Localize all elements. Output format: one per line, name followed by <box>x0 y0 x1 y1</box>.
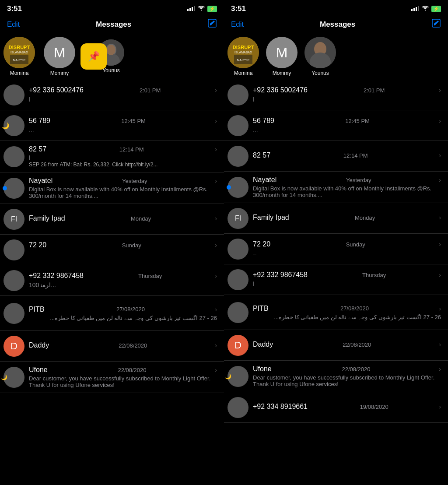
avatar <box>4 270 24 291</box>
message-content: Family Ipad Monday › <box>253 214 441 223</box>
list-item[interactable]: D Daddy 22/08/2020 › <box>0 331 224 362</box>
contact-name: 72 20 <box>253 240 270 248</box>
message-time: 12:45 PM <box>345 118 370 124</box>
chevron-icon: › <box>215 177 217 184</box>
moon-icon: 🌙 <box>2 122 9 129</box>
chevron-icon: › <box>439 341 441 348</box>
message-content: +92 334 8919661 19/08/2020 › <box>253 403 441 412</box>
message-time: Thursday <box>138 273 162 279</box>
list-item[interactable]: Nayatel Yesterday › Digital Box is now a… <box>224 172 448 203</box>
list-item[interactable]: +92 336 5002476 2:01 PM › ﺍ <box>224 80 448 110</box>
list-item[interactable]: 🌙 Ufone 22/08/2020 › Dear customer, you … <box>0 362 224 393</box>
messages-title-left: Messages <box>96 20 131 29</box>
contact-momina-left[interactable]: DISRUPT ISLAMABAD NAIYYE Momina <box>4 37 35 76</box>
message-content: Ufone 22/08/2020 › Dear customer, you ha… <box>29 366 217 388</box>
svg-text:DISRUPT: DISRUPT <box>9 45 30 50</box>
contact-name: Ufone <box>253 365 272 373</box>
message-time: Monday <box>131 215 151 222</box>
message-content: 82 57 12:14 PM › ﺍSEP 26 from ATM: Bal: … <box>29 145 217 168</box>
contact-mommy-left[interactable]: M Mommy <box>44 37 75 76</box>
message-preview: 26 - 27 آگست تیز بارشوں کی وجہ سے ناله ل… <box>29 315 217 321</box>
message-content: Daddy 22/08/2020 › <box>29 341 217 351</box>
message-time: 12:14 PM <box>343 152 368 159</box>
message-time: Thursday <box>362 272 386 278</box>
chevron-icon: › <box>439 87 441 94</box>
chevron-icon: › <box>439 305 441 312</box>
chevron-icon: › <box>439 214 441 221</box>
battery-icon-left: ⚡ <box>207 6 217 12</box>
message-time: Yesterday <box>122 178 147 184</box>
contact-name: 82 57 <box>29 145 46 153</box>
chevron-icon: › <box>215 146 217 153</box>
avatar <box>4 239 24 260</box>
message-list-right: +92 336 5002476 2:01 PM › ﺍ 56 789 12:45… <box>224 80 448 485</box>
message-time: 22/08/2020 <box>343 341 371 348</box>
list-item[interactable]: FI Family Ipad Monday › <box>224 203 448 234</box>
contact-name: +92 334 8919661 <box>253 403 308 411</box>
avatar: D <box>4 336 24 357</box>
list-item[interactable]: 🌙 56 789 12:45 PM › ... <box>0 110 224 141</box>
edit-button-left[interactable]: Edit <box>7 20 20 29</box>
compose-button-left[interactable] <box>207 18 217 31</box>
wifi-icon-left <box>198 6 205 12</box>
svg-rect-15 <box>413 8 415 11</box>
message-preview: ﺍ <box>29 96 31 103</box>
contact-younus-label-right: Younus <box>312 70 329 76</box>
contact-name: 56 789 <box>29 117 50 125</box>
message-content: 82 57 12:14 PM › <box>253 151 441 161</box>
list-item[interactable]: +92 332 9867458 Thursday › ﺍ <box>224 264 448 295</box>
list-item[interactable]: PITB 27/08/2020 › 26 - 27 آگست تیز بارشو… <box>224 295 448 330</box>
message-content: +92 336 5002476 2:01 PM › ﺍ <box>29 86 217 103</box>
list-item[interactable]: D Daddy 22/08/2020 › <box>224 330 448 361</box>
message-time: 2:01 PM <box>364 87 385 94</box>
contact-younus-right[interactable]: Younus <box>304 37 336 76</box>
svg-rect-3 <box>194 6 195 11</box>
message-content: Ufone 22/08/2020 › Dear customer, you ha… <box>253 365 441 387</box>
message-preview: Digital Box is now available with 40% of… <box>253 185 441 198</box>
contact-mommy-label-right: Mommy <box>273 70 291 76</box>
edit-button-right[interactable]: Edit <box>231 20 244 29</box>
signal-icon-right <box>411 6 419 12</box>
message-preview: ﺍ <box>253 96 255 103</box>
list-item[interactable]: Nayatel Yesterday › Digital Box is now a… <box>0 172 224 204</box>
contact-mommy-right[interactable]: M Mommy <box>266 37 298 76</box>
chevron-icon: › <box>215 342 217 349</box>
message-time: 12:14 PM <box>119 146 144 153</box>
list-item[interactable]: +92 334 8919661 19/08/2020 › <box>224 392 448 423</box>
avatar <box>228 269 248 290</box>
list-item[interactable]: 72 20 Sunday › – <box>224 234 448 264</box>
contact-mommy-label-left: Mommy <box>50 70 69 76</box>
chevron-icon: › <box>215 306 217 313</box>
svg-rect-0 <box>187 9 189 11</box>
chevron-icon: › <box>439 366 441 373</box>
avatar <box>228 239 248 260</box>
message-content: 56 789 12:45 PM › ... <box>29 117 217 134</box>
list-item[interactable]: 82 57 12:14 PM › <box>224 141 448 172</box>
list-item[interactable]: 72 20 Sunday › – <box>0 235 224 265</box>
list-item[interactable]: 🌙 Ufone 22/08/2020 › Dear customer, you … <box>224 361 448 392</box>
list-item[interactable]: 56 789 12:45 PM › ... <box>224 110 448 141</box>
compose-button-right[interactable] <box>431 18 441 31</box>
list-item[interactable]: PITB 27/08/2020 › 26 - 27 آگست تیز بارشو… <box>0 296 224 331</box>
unread-dot <box>3 186 7 190</box>
list-item[interactable]: 82 57 12:14 PM › ﺍSEP 26 from ATM: Bal: … <box>0 141 224 172</box>
nav-bar-right: Edit Messages <box>224 16 448 35</box>
list-item[interactable]: +92 332 9867458 Thursday › ﺍﺮﻔﻨ 100... <box>0 265 224 296</box>
chevron-icon: › <box>439 152 441 159</box>
list-item[interactable]: +92 336 5002476 2:01 PM › ﺍ <box>0 80 224 110</box>
contact-name: +92 336 5002476 <box>29 86 84 94</box>
unread-dot <box>227 185 231 190</box>
contact-younus-label-left: Younus <box>102 67 120 74</box>
avatar <box>4 146 24 167</box>
wifi-icon-right <box>422 6 429 12</box>
status-bar-right: 3:51 ⚡ <box>224 0 448 16</box>
avatar <box>228 115 248 136</box>
contact-name: Family Ipad <box>253 214 289 221</box>
pinned-younus-row[interactable]: 📌 Younus <box>80 39 124 74</box>
contact-name: Ufone <box>29 366 48 374</box>
avatar: FI <box>228 208 248 229</box>
contact-momina-right[interactable]: DISRUPT ISLAMABAD NAIYYE Momina <box>228 37 259 76</box>
message-content: +92 332 9867458 Thursday › ﺍ <box>253 271 441 288</box>
avatar: D <box>228 335 248 356</box>
list-item[interactable]: FI Family Ipad Monday › <box>0 204 224 235</box>
